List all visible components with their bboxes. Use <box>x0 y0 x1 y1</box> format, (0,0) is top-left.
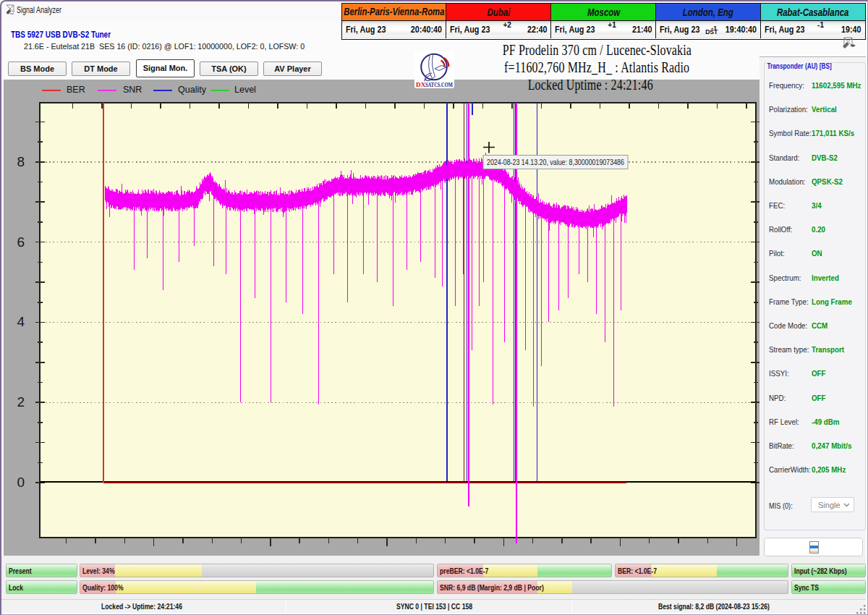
svg-text:SATCS.COM: SATCS.COM <box>425 81 453 88</box>
svg-text:0: 0 <box>17 475 25 490</box>
svg-text:DX: DX <box>416 81 426 88</box>
svg-text:4: 4 <box>17 314 25 329</box>
svg-text:2024-08-23 14.13.20, value: 8,: 2024-08-23 14.13.20, value: 8,3000001907… <box>487 158 624 166</box>
svg-text:2: 2 <box>17 394 25 410</box>
svg-text:8: 8 <box>17 154 25 169</box>
svg-text:6: 6 <box>17 234 25 250</box>
